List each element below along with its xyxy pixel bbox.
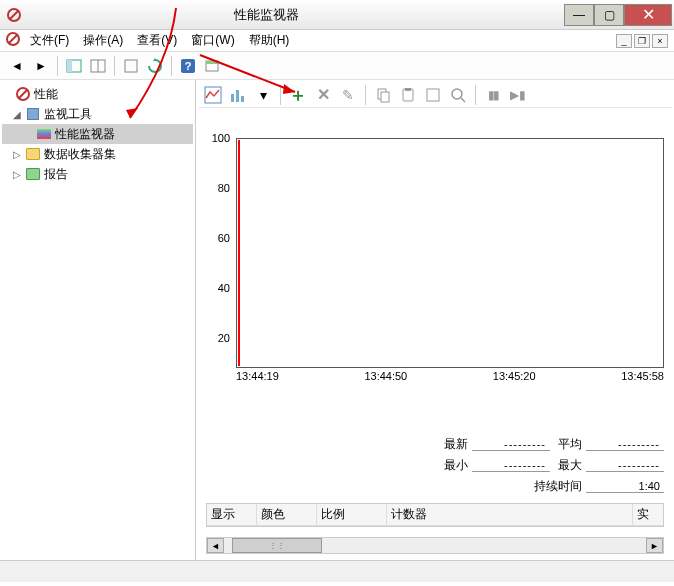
chart-plot-box[interactable]: 100 80 60 40 20 13:44:19 13:44:50 13:45:… bbox=[236, 138, 664, 388]
tree-root-performance[interactable]: 性能 bbox=[2, 84, 193, 104]
minimize-button[interactable]: — bbox=[564, 4, 594, 26]
delete-counter-button[interactable]: ✕ bbox=[312, 84, 334, 106]
close-button[interactable]: ✕ bbox=[624, 4, 672, 26]
main-panel: ▾ ＋ ✕ ✎ ▮▮ ▶▮ 100 80 60 40 20 bbox=[196, 80, 674, 560]
counter-grid[interactable]: 显示 颜色 比例 计数器 实 bbox=[206, 503, 664, 527]
svg-rect-16 bbox=[405, 88, 411, 91]
xtick-1: 13:44:50 bbox=[364, 370, 407, 382]
status-bar bbox=[0, 560, 674, 582]
x-axis: 13:44:19 13:44:50 13:45:20 13:45:58 bbox=[236, 370, 664, 382]
stat-duration-label: 持续时间 bbox=[534, 478, 582, 495]
svg-rect-10 bbox=[231, 94, 234, 102]
stat-min-label: 最小 bbox=[444, 457, 468, 474]
help-button[interactable]: ? bbox=[177, 55, 199, 77]
new-window-button[interactable] bbox=[201, 55, 223, 77]
stat-avg-val: --------- bbox=[586, 438, 664, 451]
svg-line-19 bbox=[461, 98, 465, 102]
ytick-60: 60 bbox=[218, 232, 236, 244]
zoom-button[interactable] bbox=[447, 84, 469, 106]
scroll-track[interactable]: ⋮⋮ bbox=[224, 538, 646, 553]
title-bar: 性能监视器 — ▢ ✕ bbox=[0, 0, 674, 30]
tree-monitoring-tools[interactable]: ◢ 监视工具 bbox=[2, 104, 193, 124]
mdi-minimize-button[interactable]: _ bbox=[616, 34, 632, 48]
freeze-button[interactable]: ▮▮ bbox=[482, 84, 504, 106]
window-title: 性能监视器 bbox=[28, 6, 504, 24]
stat-latest-label: 最新 bbox=[444, 436, 468, 453]
view-graph-button[interactable] bbox=[202, 84, 224, 106]
view-histogram-button[interactable] bbox=[227, 84, 249, 106]
chart-plot bbox=[236, 138, 664, 368]
tree-perfmon-item[interactable]: 性能监视器 bbox=[2, 124, 193, 144]
tree-reports[interactable]: ▷ 报告 bbox=[2, 164, 193, 184]
properties-button[interactable] bbox=[87, 55, 109, 77]
menu-window[interactable]: 窗口(W) bbox=[191, 32, 234, 49]
tree-monitoring-label: 监视工具 bbox=[44, 106, 92, 123]
highlight-button[interactable]: ✎ bbox=[337, 84, 359, 106]
horizontal-scrollbar[interactable]: ◄ ⋮⋮ ► bbox=[206, 537, 664, 554]
chart-toolbar: ▾ ＋ ✕ ✎ ▮▮ ▶▮ bbox=[198, 82, 672, 108]
xtick-2: 13:45:20 bbox=[493, 370, 536, 382]
copy-button[interactable] bbox=[372, 84, 394, 106]
ytick-80: 80 bbox=[218, 182, 236, 194]
stats-panel: 最新--------- 平均--------- 最小--------- 最大--… bbox=[198, 428, 672, 499]
svg-rect-17 bbox=[427, 89, 439, 101]
tree-root-label: 性能 bbox=[34, 86, 58, 103]
main-toolbar: ◄ ► ? bbox=[0, 52, 674, 80]
svg-rect-11 bbox=[236, 90, 239, 102]
menu-file[interactable]: 文件(F) bbox=[30, 32, 69, 49]
col-color[interactable]: 颜色 bbox=[257, 504, 317, 525]
svg-rect-1 bbox=[67, 60, 72, 72]
stat-latest-val: --------- bbox=[472, 438, 550, 451]
chart-area: 100 80 60 40 20 13:44:19 13:44:50 13:45:… bbox=[198, 108, 672, 428]
col-instance[interactable]: 实 bbox=[633, 504, 663, 525]
stat-max-val: --------- bbox=[586, 459, 664, 472]
menu-view[interactable]: 查看(V) bbox=[137, 32, 177, 49]
menu-bar: 文件(F) 操作(A) 查看(V) 窗口(W) 帮助(H) _ ❐ × bbox=[0, 30, 674, 52]
properties-counter-button[interactable] bbox=[422, 84, 444, 106]
scroll-thumb[interactable]: ⋮⋮ bbox=[232, 538, 322, 553]
tree-reports-label: 报告 bbox=[44, 166, 68, 183]
forward-button[interactable]: ► bbox=[30, 55, 52, 77]
tree-datacollector-label: 数据收集器集 bbox=[44, 146, 116, 163]
view-report-button[interactable]: ▾ bbox=[252, 84, 274, 106]
ytick-20: 20 bbox=[218, 332, 236, 344]
menu-action[interactable]: 操作(A) bbox=[83, 32, 123, 49]
ytick-40: 40 bbox=[218, 282, 236, 294]
paste-button[interactable] bbox=[397, 84, 419, 106]
stat-duration-val: 1:40 bbox=[586, 480, 664, 493]
col-scale[interactable]: 比例 bbox=[317, 504, 387, 525]
app-icon bbox=[6, 7, 22, 23]
scroll-right-button[interactable]: ► bbox=[646, 538, 663, 553]
stat-max-label: 最大 bbox=[558, 457, 582, 474]
svg-rect-12 bbox=[241, 96, 244, 102]
col-counter[interactable]: 计数器 bbox=[387, 504, 633, 525]
stat-avg-label: 平均 bbox=[558, 436, 582, 453]
svg-rect-8 bbox=[206, 61, 218, 64]
tree-data-collectors[interactable]: ▷ 数据收集器集 bbox=[2, 144, 193, 164]
time-cursor bbox=[238, 140, 240, 366]
ytick-100: 100 bbox=[212, 132, 236, 144]
refresh-button[interactable] bbox=[144, 55, 166, 77]
svg-text:?: ? bbox=[185, 60, 192, 72]
back-button[interactable]: ◄ bbox=[6, 55, 28, 77]
maximize-button[interactable]: ▢ bbox=[594, 4, 624, 26]
stat-min-val: --------- bbox=[472, 459, 550, 472]
export-button[interactable] bbox=[120, 55, 142, 77]
app-menu-icon bbox=[6, 32, 20, 46]
mdi-close-button[interactable]: × bbox=[652, 34, 668, 48]
grid-header: 显示 颜色 比例 计数器 实 bbox=[207, 504, 663, 526]
xtick-0: 13:44:19 bbox=[236, 370, 279, 382]
tree-perfmon-label: 性能监视器 bbox=[55, 126, 115, 143]
svg-rect-14 bbox=[381, 92, 389, 102]
xtick-3: 13:45:58 bbox=[621, 370, 664, 382]
add-counter-button[interactable]: ＋ bbox=[287, 84, 309, 106]
col-show[interactable]: 显示 bbox=[207, 504, 257, 525]
svg-rect-4 bbox=[125, 60, 137, 72]
update-button[interactable]: ▶▮ bbox=[507, 84, 529, 106]
svg-point-18 bbox=[452, 89, 462, 99]
mdi-restore-button[interactable]: ❐ bbox=[634, 34, 650, 48]
menu-help[interactable]: 帮助(H) bbox=[249, 32, 290, 49]
scroll-left-button[interactable]: ◄ bbox=[207, 538, 224, 553]
show-hide-tree-button[interactable] bbox=[63, 55, 85, 77]
tree-sidebar: 性能 ◢ 监视工具 性能监视器 ▷ 数据收集器集 ▷ 报告 bbox=[0, 80, 196, 560]
